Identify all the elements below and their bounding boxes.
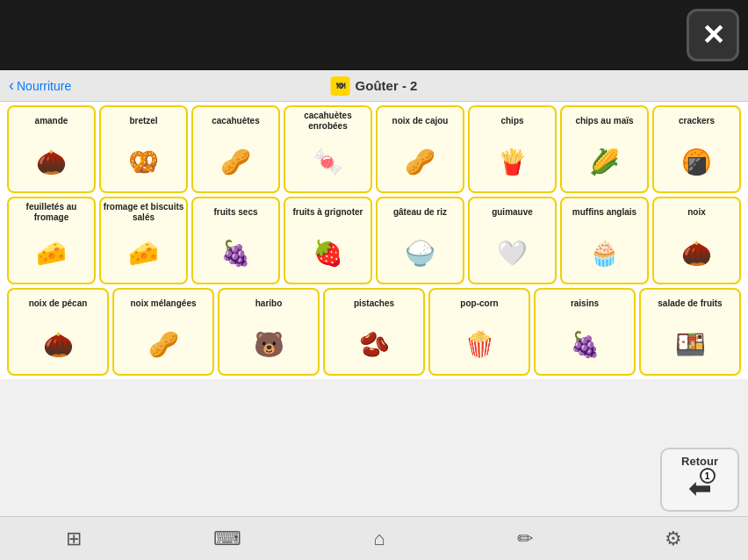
food-card[interactable]: bretzel🥨	[99, 105, 188, 193]
food-emoji: 🤍	[471, 226, 553, 279]
food-card[interactable]: guimauve🤍	[468, 197, 557, 284]
food-row-1: feuilletés au fromage🧀fromage et biscuit…	[7, 197, 741, 284]
food-emoji: 🌰	[11, 318, 105, 370]
food-label: chips	[500, 111, 523, 132]
back-arrow-icon: ‹	[9, 76, 14, 95]
top-bar: ✕	[0, 0, 748, 70]
food-label: fruits à grignoter	[292, 202, 363, 223]
food-emoji: 🌽	[564, 135, 645, 188]
retour-label: Retour	[681, 455, 718, 468]
food-card[interactable]: cacahuètes🥜	[191, 105, 280, 193]
food-card[interactable]: chips au maïs🌽	[560, 105, 649, 193]
food-label: fromage et biscuits salés	[103, 202, 184, 223]
food-emoji: 🥜	[379, 135, 461, 188]
keyboard-icon[interactable]: ⌨	[213, 528, 241, 550]
food-emoji: 🍟	[471, 135, 553, 188]
food-emoji: 🌰	[656, 226, 737, 279]
close-icon: ✕	[701, 18, 725, 52]
food-emoji: 🍿	[432, 318, 527, 370]
food-emoji: 🧀	[11, 226, 92, 279]
food-label: noix mélangées	[130, 293, 196, 314]
food-card[interactable]: noix de pécan🌰	[7, 288, 109, 376]
food-emoji: 🥨	[103, 135, 184, 188]
food-row-2: noix de pécan🌰noix mélangées🥜haribo🐻pist…	[7, 288, 741, 376]
food-label: cacahuètes enrobées	[287, 111, 369, 132]
food-emoji: 🫘	[327, 318, 421, 370]
food-card[interactable]: noix de cajou🥜	[376, 105, 464, 193]
food-card[interactable]: chips🍟	[468, 105, 557, 193]
food-card[interactable]: cacahuètes enrobées🍬	[284, 105, 372, 193]
food-emoji: 🌰	[11, 135, 92, 188]
food-emoji: 🧀	[103, 226, 184, 279]
food-emoji: 🧁	[564, 226, 645, 279]
food-emoji: 🍬	[287, 135, 369, 188]
close-button[interactable]: ✕	[687, 9, 739, 61]
food-label: chips au maïs	[575, 111, 633, 132]
grid-icon[interactable]: ⊞	[66, 528, 82, 550]
food-card[interactable]: pistaches🫘	[323, 288, 425, 376]
retour-button[interactable]: Retour ⬅ 1	[660, 448, 739, 512]
food-card[interactable]: fruits à grignoter🍓	[284, 197, 372, 284]
title-icon: 🍽	[331, 76, 350, 96]
title-text: Goûter - 2	[356, 78, 418, 93]
bottom-toolbar: ⊞ ⌨ ⌂ ✏ ⚙	[0, 516, 748, 560]
food-label: salade de fruits	[658, 293, 722, 314]
food-card[interactable]: fromage et biscuits salés🧀	[99, 197, 188, 284]
back-label: Nourriture	[17, 79, 71, 93]
food-card[interactable]: amande🌰	[7, 105, 96, 193]
food-label: guimauve	[492, 202, 533, 223]
food-emoji: 🍇	[537, 318, 632, 370]
food-card[interactable]: noix mélangées🥜	[112, 288, 214, 376]
food-label: haribo	[255, 293, 283, 314]
food-label: fruits secs	[213, 202, 257, 223]
food-label: raisins	[571, 293, 599, 314]
food-label: gâteau de riz	[393, 202, 447, 223]
food-emoji: 🥜	[195, 135, 277, 188]
food-card[interactable]: muffins anglais🧁	[560, 197, 649, 284]
page-title: 🍽 Goûter - 2	[331, 76, 418, 96]
food-card[interactable]: pop-corn🍿	[428, 288, 530, 376]
settings-icon[interactable]: ⚙	[665, 528, 682, 550]
retour-badge: 1	[700, 468, 716, 484]
food-emoji: 🍓	[287, 226, 369, 279]
food-emoji: 🍚	[379, 226, 461, 279]
food-card[interactable]: feuilletés au fromage🧀	[7, 197, 96, 284]
food-emoji: 🍘	[656, 135, 737, 188]
food-card[interactable]: fruits secs🍇	[191, 197, 280, 284]
food-card[interactable]: gâteau de riz🍚	[376, 197, 464, 284]
food-row-0: amande🌰bretzel🥨cacahuètes🥜cacahuètes enr…	[7, 105, 741, 193]
food-label: muffins anglais	[572, 202, 637, 223]
food-emoji: 🍱	[643, 318, 737, 370]
food-label: amande	[35, 111, 68, 132]
food-emoji: 🐻	[221, 318, 316, 370]
food-label: bretzel	[129, 111, 157, 132]
food-card[interactable]: salade de fruits🍱	[639, 288, 741, 376]
food-label: pop-corn	[460, 293, 498, 314]
food-emoji: 🍇	[195, 226, 277, 279]
food-label: feuilletés au fromage	[11, 202, 92, 223]
food-label: noix de pécan	[29, 293, 88, 314]
food-label: cacahuètes	[212, 111, 259, 132]
food-emoji: 🥜	[116, 318, 211, 370]
food-card[interactable]: raisins🍇	[534, 288, 636, 376]
pencil-icon[interactable]: ✏	[517, 528, 533, 550]
food-label: noix	[687, 202, 706, 223]
back-button[interactable]: ‹ Nourriture	[9, 76, 71, 95]
food-card[interactable]: crackers🍘	[652, 105, 741, 193]
food-card[interactable]: haribo🐻	[218, 288, 320, 376]
nav-bar: ‹ Nourriture 🍽 Goûter - 2	[0, 70, 748, 102]
food-label: noix de cajou	[392, 111, 449, 132]
food-label: crackers	[679, 111, 715, 132]
home-icon[interactable]: ⌂	[373, 528, 385, 550]
food-label: pistaches	[354, 293, 394, 314]
food-card[interactable]: noix🌰	[652, 197, 741, 284]
